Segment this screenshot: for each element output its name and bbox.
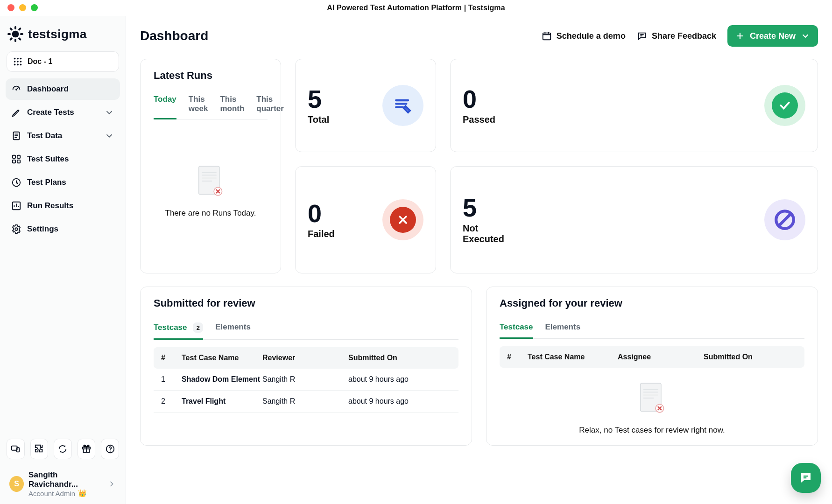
table-row[interactable]: 1 Shadow Dom Element Sangith R about 9 h… [154, 369, 458, 391]
user-role: Account Admin 👑 [28, 489, 102, 497]
tool-extension[interactable] [30, 439, 49, 459]
svg-point-26 [15, 228, 18, 231]
share-feedback-button[interactable]: Share Feedback [637, 31, 716, 41]
plans-icon [11, 177, 21, 188]
list-pencil-icon [382, 85, 423, 126]
tool-sync[interactable] [54, 439, 72, 459]
latest-runs-panel: Latest Runs Today This week This month T… [140, 59, 281, 273]
section-title: Submitted for review [154, 297, 458, 309]
brand-logo[interactable]: testsigma [6, 23, 120, 49]
count-badge: 2 [193, 322, 203, 333]
tab-this-week[interactable]: This week [189, 89, 208, 119]
empty-doc-icon [195, 165, 226, 200]
tab-this-month[interactable]: This month [220, 89, 244, 119]
stat-value: 5 [308, 86, 329, 112]
empty-state: There are no Runs Today. [154, 119, 268, 263]
tab-testcase[interactable]: Testcase 2 [154, 317, 203, 340]
sidebar-tools [6, 436, 120, 466]
settings-icon [11, 224, 21, 234]
check-circle-icon [764, 85, 805, 126]
stat-card-total[interactable]: 5 Total [295, 59, 436, 152]
file-icon [11, 131, 21, 141]
nav-test-data[interactable]: Test Data [6, 125, 120, 147]
main-content: Dashboard Schedule a demo Share Feedback… [126, 16, 832, 504]
nav-label: Run Results [27, 201, 73, 210]
tab-today[interactable]: Today [154, 89, 176, 119]
help-icon [105, 444, 115, 454]
project-label: Doc - 1 [28, 57, 52, 66]
tool-credits[interactable] [78, 439, 96, 459]
pencil-icon [11, 107, 21, 118]
svg-rect-20 [13, 155, 15, 158]
stat-label: Passed [463, 114, 495, 125]
svg-rect-33 [543, 33, 551, 40]
chevron-down-icon [800, 31, 811, 41]
section-title: Assigned for your review [500, 297, 804, 309]
submitted-panel: Submitted for review Testcase 2 Elements… [140, 287, 472, 446]
svg-rect-28 [17, 448, 20, 452]
stat-card-passed[interactable]: 0 Passed [450, 59, 818, 152]
tab-testcase[interactable]: Testcase [500, 317, 533, 339]
plus-icon [735, 31, 745, 41]
nav-run-results[interactable]: Run Results [6, 195, 120, 217]
sync-icon [57, 444, 68, 454]
chat-icon [637, 31, 647, 41]
chat-fab[interactable] [791, 463, 821, 493]
nav-label: Test Plans [27, 178, 66, 187]
chat-bubble-icon [799, 471, 813, 485]
nav-settings[interactable]: Settings [6, 218, 120, 240]
svg-rect-4 [20, 33, 23, 35]
crown-icon: 👑 [78, 489, 87, 497]
tab-this-quarter[interactable]: This quarter [256, 89, 284, 119]
table-row[interactable]: 2 Travel Flight Sangith R about 9 hours … [154, 391, 458, 413]
nav-test-suites[interactable]: Test Suites [6, 148, 120, 170]
schedule-demo-button[interactable]: Schedule a demo [542, 31, 626, 41]
project-selector[interactable]: Doc - 1 [7, 51, 119, 72]
nav-test-plans[interactable]: Test Plans [6, 172, 120, 193]
window-title: AI Powered Test Automation Platform | Te… [7, 4, 825, 12]
svg-rect-8 [18, 37, 21, 41]
svg-rect-6 [18, 27, 21, 31]
svg-rect-1 [14, 26, 16, 29]
tool-devices[interactable] [7, 439, 25, 459]
svg-point-12 [14, 61, 16, 63]
svg-point-17 [20, 64, 22, 66]
sidebar: testsigma Doc - 1 Dashboard Create Tests… [0, 16, 126, 504]
section-title: Latest Runs [154, 70, 268, 82]
empty-state: Relax, no Test cases for review right no… [500, 382, 804, 435]
svg-point-15 [14, 64, 16, 66]
suites-icon [11, 154, 21, 164]
window-titlebar: AI Powered Test Automation Platform | Te… [0, 0, 832, 16]
svg-rect-7 [9, 37, 13, 41]
svg-point-14 [20, 61, 22, 63]
no-entry-icon [764, 199, 805, 240]
maximize-window-button[interactable] [31, 4, 38, 11]
stat-label: Not Executed [463, 223, 519, 245]
create-new-button[interactable]: Create New [727, 25, 818, 47]
tool-help[interactable] [101, 439, 119, 459]
user-menu[interactable]: S Sangith Ravichandr... Account Admin 👑 [6, 466, 120, 499]
svg-rect-3 [7, 33, 11, 35]
gift-icon [81, 444, 92, 454]
avatar: S [9, 476, 24, 492]
svg-rect-5 [9, 27, 13, 31]
empty-doc-icon [637, 382, 668, 417]
stat-label: Total [308, 114, 329, 125]
tab-elements[interactable]: Elements [545, 317, 581, 338]
nav-create-tests[interactable]: Create Tests [6, 102, 120, 123]
close-window-button[interactable] [7, 4, 14, 11]
svg-rect-22 [13, 160, 15, 163]
nav-label: Test Data [27, 131, 62, 140]
tab-elements[interactable]: Elements [215, 317, 251, 339]
nav-dashboard[interactable]: Dashboard [6, 78, 120, 100]
stat-card-not-executed[interactable]: 5 Not Executed [450, 166, 818, 273]
stat-value: 0 [463, 86, 495, 112]
svg-point-11 [20, 58, 22, 60]
stat-card-failed[interactable]: 0 Failed [295, 166, 436, 273]
dashboard-icon [11, 84, 21, 94]
svg-point-32 [110, 450, 111, 451]
calendar-icon [542, 31, 552, 41]
table-header: # Test Case Name Reviewer Submitted On [154, 347, 458, 369]
table-header: # Test Case Name Assignee Submitted On [500, 346, 804, 368]
minimize-window-button[interactable] [19, 4, 26, 11]
